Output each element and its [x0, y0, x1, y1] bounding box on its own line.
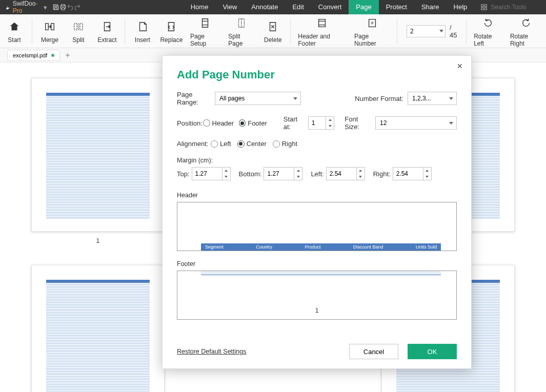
main-menu: HomeViewAnnotateEditConvertPageProtectSh…	[184, 0, 475, 14]
margin-left-label: Left:	[311, 170, 323, 178]
font-size-select[interactable]: 12	[375, 116, 457, 130]
header-preview[interactable]: SegmentCountryProductDiscount BandUnits …	[177, 202, 457, 251]
header-section-label: Header	[177, 192, 457, 199]
menu-protect[interactable]: Protect	[379, 0, 414, 14]
tab-title: excelsmpl.pdf	[13, 52, 47, 58]
page-number-button[interactable]: #Page Number	[350, 14, 394, 48]
divider	[466, 18, 467, 44]
spin-down-icon[interactable]	[357, 174, 365, 180]
margin-label: Margin (cm):	[177, 157, 457, 164]
margin-top-field[interactable]	[192, 167, 231, 180]
number-format-label: Number Format:	[355, 95, 403, 102]
start-at-field[interactable]	[308, 116, 335, 130]
margin-right-input[interactable]	[393, 170, 418, 177]
rotate-right-button[interactable]: Rotate Right	[506, 14, 546, 48]
footer-preview[interactable]: 1	[177, 271, 457, 320]
svg-text:#: #	[371, 20, 374, 25]
app-menu-arrow-icon[interactable]: ▾	[44, 4, 47, 11]
split-page-button[interactable]: Split Page	[224, 14, 258, 48]
spin-up-icon[interactable]	[294, 168, 302, 174]
spin-up-icon[interactable]	[423, 168, 431, 174]
menu-page[interactable]: Page	[349, 0, 378, 14]
position-footer-label: Footer	[248, 119, 267, 127]
divider	[125, 18, 125, 44]
page-setup-button[interactable]: Page Setup	[186, 14, 224, 48]
replace-button[interactable]: Replace	[157, 14, 186, 48]
menu-annotate[interactable]: Annotate	[244, 0, 285, 14]
menu-help[interactable]: Help	[447, 0, 475, 14]
unsaved-indicator-icon	[51, 54, 54, 57]
add-page-number-dialog: ✕ Add Page Number Page Range: All pages …	[162, 55, 472, 369]
margin-top-label: Top:	[177, 170, 190, 178]
margin-bottom-field[interactable]	[264, 167, 302, 180]
header-footer-button[interactable]: Header and Footer	[294, 14, 350, 48]
alignment-label: Alignment:	[177, 140, 211, 148]
print-icon[interactable]	[59, 0, 67, 14]
merge-button[interactable]: Merge	[35, 14, 64, 48]
page-thumbnail[interactable]	[21, 265, 175, 392]
spin-up-icon[interactable]	[326, 117, 334, 123]
margin-left-input[interactable]	[327, 170, 351, 177]
page-number-field[interactable]	[407, 25, 446, 37]
align-right-radio[interactable]	[273, 140, 280, 148]
menu-view[interactable]: View	[215, 0, 244, 14]
start-button[interactable]: Start	[0, 14, 29, 48]
app-logo: SwifDoo-Pro ▾	[0, 0, 52, 14]
number-format-select[interactable]: 1,2,3...	[408, 92, 457, 105]
undo-icon[interactable]	[67, 0, 74, 14]
margin-right-field[interactable]	[393, 167, 432, 180]
position-footer-radio[interactable]	[239, 119, 246, 127]
font-size-label: Font Size:	[345, 115, 372, 131]
menu-edit[interactable]: Edit	[285, 0, 311, 14]
ribbon: Start Merge Split Extract Insert Replace…	[0, 14, 546, 48]
dropdown-arrow-icon[interactable]	[439, 30, 443, 32]
document-tab[interactable]: excelsmpl.pdf	[7, 50, 60, 61]
rotate-left-button[interactable]: Rotate Left	[470, 14, 506, 48]
divider	[397, 18, 397, 44]
grid-icon	[480, 4, 488, 11]
align-left-radio[interactable]	[211, 140, 218, 148]
page-total-label: / 45	[450, 24, 460, 39]
spin-down-icon[interactable]	[294, 174, 302, 180]
spin-down-icon[interactable]	[423, 174, 431, 180]
spin-down-icon[interactable]	[326, 123, 334, 129]
divider	[32, 18, 32, 44]
extract-button[interactable]: Extract	[93, 14, 122, 48]
app-name: SwifDoo-Pro	[13, 0, 39, 14]
align-right-label: Right	[282, 140, 297, 148]
cancel-button[interactable]: Cancel	[349, 344, 398, 359]
divider	[290, 18, 291, 44]
app-icon	[5, 4, 11, 11]
save-icon[interactable]	[52, 0, 59, 14]
page-range-select[interactable]: All pages	[215, 92, 301, 105]
redo-icon[interactable]	[74, 0, 81, 14]
footer-page-number-preview: 1	[177, 307, 456, 314]
start-at-label: Start at:	[284, 115, 305, 131]
menu-share[interactable]: Share	[414, 0, 447, 14]
split-button[interactable]: Split	[64, 14, 93, 48]
page-thumbnail[interactable]: 1	[21, 78, 175, 244]
margin-right-label: Right:	[373, 170, 391, 178]
delete-button[interactable]: Delete	[258, 14, 287, 48]
spin-down-icon[interactable]	[223, 174, 230, 180]
margin-top-input[interactable]	[192, 170, 217, 177]
position-header-label: Header	[212, 119, 234, 127]
margin-left-field[interactable]	[326, 167, 365, 180]
restore-defaults-link[interactable]: Restore Default Settings	[177, 348, 247, 355]
search-tools-input[interactable]	[491, 4, 546, 11]
new-tab-button[interactable]: +	[65, 51, 70, 60]
dialog-title: Add Page Number	[163, 56, 471, 91]
insert-button[interactable]: Insert	[128, 14, 157, 48]
spin-up-icon[interactable]	[357, 168, 365, 174]
position-header-radio[interactable]	[203, 119, 210, 127]
margin-bottom-input[interactable]	[264, 170, 289, 177]
footer-section-label: Footer	[177, 260, 457, 267]
search-tools[interactable]	[480, 4, 546, 11]
spin-up-icon[interactable]	[223, 168, 230, 174]
menu-home[interactable]: Home	[184, 0, 216, 14]
align-center-radio[interactable]	[237, 140, 245, 148]
align-center-label: Center	[247, 140, 267, 148]
close-button[interactable]: ✕	[457, 62, 463, 70]
ok-button[interactable]: OK	[408, 344, 457, 359]
menu-convert[interactable]: Convert	[311, 0, 349, 14]
